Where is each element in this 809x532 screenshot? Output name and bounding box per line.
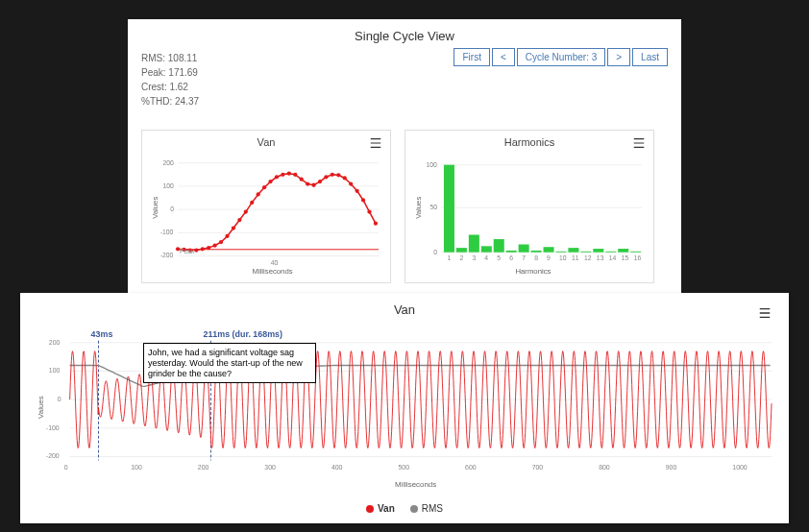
svg-text:5: 5 (497, 254, 501, 261)
svg-text:1: 1 (448, 254, 452, 261)
stat-crest: Crest: 1.62 (141, 80, 199, 94)
bottom-xlabel: Milliseconds (395, 480, 436, 489)
svg-rect-59 (544, 247, 554, 252)
prev-button[interactable]: < (492, 48, 515, 66)
svg-text:0: 0 (64, 464, 68, 471)
single-cycle-panel: Single Cycle View RMS: 108.11 Peak: 171.… (128, 19, 681, 293)
svg-point-27 (275, 175, 279, 179)
svg-rect-60 (555, 252, 566, 253)
svg-text:-200: -200 (160, 252, 174, 258)
chart-menu-icon[interactable] (758, 306, 772, 324)
svg-text:0: 0 (433, 249, 437, 255)
svg-point-28 (281, 173, 284, 177)
svg-text:100: 100 (163, 182, 175, 189)
svg-rect-53 (469, 234, 479, 252)
peak-annotation: Peak (180, 248, 195, 254)
marker-43ms: 43ms (91, 329, 113, 339)
svg-rect-64 (605, 252, 616, 253)
svg-text:9: 9 (547, 254, 551, 261)
svg-rect-51 (444, 165, 454, 253)
svg-text:800: 800 (599, 464, 610, 471)
harmonics-chart: Harmonics Values 100 50 0 12345678910111… (404, 130, 654, 283)
next-button[interactable]: > (607, 48, 630, 66)
svg-text:600: 600 (465, 464, 477, 471)
cycle-nav: First < Cycle Number: 3 > Last (454, 48, 668, 66)
svg-point-39 (349, 181, 353, 185)
chart-menu-icon[interactable] (632, 136, 646, 154)
svg-point-36 (331, 173, 334, 177)
stat-peak: Peak: 171.69 (141, 65, 199, 80)
svg-text:3: 3 (472, 254, 476, 261)
svg-text:100: 100 (49, 367, 61, 374)
cycle-number-button[interactable]: Cycle Number: 3 (517, 48, 605, 66)
stats-block: RMS: 108.11 Peak: 171.69 Crest: 1.62 %TH… (141, 51, 199, 109)
stat-thd: %THD: 24.37 (141, 94, 199, 109)
svg-text:-200: -200 (46, 452, 60, 459)
svg-point-29 (287, 172, 291, 176)
svg-point-17 (213, 244, 217, 248)
dot-icon (410, 505, 418, 513)
svg-rect-65 (618, 249, 628, 253)
svg-rect-57 (519, 244, 529, 252)
svg-point-38 (343, 176, 347, 180)
harmonics-ylabel: Values (414, 197, 423, 219)
svg-point-31 (300, 178, 304, 181)
svg-point-35 (324, 175, 328, 179)
svg-point-43 (374, 222, 378, 226)
legend-rms[interactable]: RMS (410, 503, 443, 514)
svg-text:900: 900 (666, 464, 677, 471)
legend-van[interactable]: Van (366, 503, 395, 514)
first-button[interactable]: First (454, 48, 489, 66)
svg-text:-100: -100 (46, 424, 60, 431)
svg-point-32 (306, 181, 309, 185)
svg-text:8: 8 (534, 254, 538, 261)
dot-icon (366, 505, 374, 513)
svg-text:12: 12 (584, 254, 592, 261)
svg-rect-63 (593, 249, 603, 253)
svg-rect-66 (630, 252, 641, 253)
svg-text:4: 4 (484, 254, 488, 261)
svg-point-21 (237, 218, 241, 222)
svg-text:-100: -100 (160, 229, 174, 235)
svg-text:1000: 1000 (732, 464, 748, 471)
svg-point-25 (262, 185, 266, 189)
svg-rect-62 (580, 252, 591, 253)
svg-text:0: 0 (170, 206, 174, 212)
legend: Van RMS (34, 503, 775, 514)
svg-text:100: 100 (427, 161, 438, 168)
bottom-ylabel: Values (37, 396, 45, 419)
svg-text:700: 700 (532, 464, 544, 471)
svg-point-24 (257, 192, 260, 196)
svg-text:16: 16 (634, 254, 642, 261)
van-xlabel: Milliseconds (252, 267, 292, 276)
svg-point-30 (293, 173, 297, 177)
svg-point-15 (201, 247, 205, 251)
last-button[interactable]: Last (632, 48, 668, 66)
annotation-comment[interactable]: John, we had a significant voltage sag y… (143, 343, 316, 383)
van-waveform-panel: Van Values 200 100 0 -100 -200 43ms 211m… (20, 293, 789, 523)
van-cycle-chart: Van Values 200 100 0 -100 -200 (141, 130, 391, 283)
svg-point-37 (336, 173, 340, 177)
van-chart-svg: Values 200 100 0 -100 -200 Peak (150, 152, 382, 277)
harmonics-xlabel: Harmonics (515, 267, 551, 276)
svg-text:200: 200 (163, 159, 175, 166)
svg-text:200: 200 (198, 464, 209, 471)
svg-text:10: 10 (559, 254, 567, 261)
svg-rect-58 (531, 251, 542, 253)
svg-text:15: 15 (622, 254, 629, 261)
svg-point-14 (194, 248, 198, 252)
chart-menu-icon[interactable] (369, 136, 382, 154)
svg-point-33 (311, 183, 315, 187)
marker-211ms: 211ms (dur. 168ms) (203, 329, 282, 339)
svg-text:500: 500 (398, 464, 409, 471)
svg-point-41 (361, 198, 365, 202)
harmonics-chart-title: Harmonics (413, 136, 646, 148)
svg-point-16 (207, 246, 210, 250)
svg-point-23 (250, 201, 254, 205)
svg-text:100: 100 (131, 464, 142, 471)
svg-point-22 (244, 209, 248, 213)
svg-text:7: 7 (522, 254, 526, 261)
svg-point-19 (225, 234, 229, 238)
svg-text:6: 6 (509, 254, 513, 261)
svg-text:13: 13 (597, 254, 604, 261)
